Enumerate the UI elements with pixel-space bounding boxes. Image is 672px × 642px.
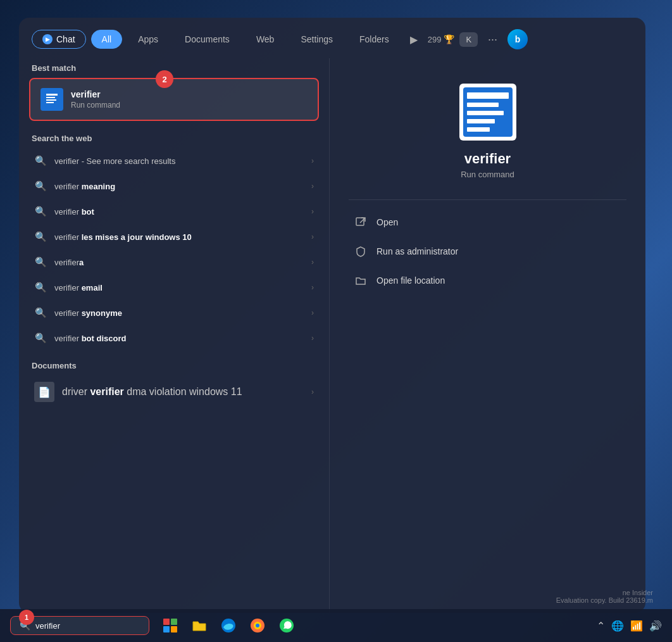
search-icon-2: 🔍 bbox=[34, 205, 47, 218]
tab-documents[interactable]: Documents bbox=[174, 30, 240, 49]
right-panel: verifier Run command Open bbox=[329, 58, 645, 613]
doc-icon-0: 📄 bbox=[34, 382, 54, 402]
watermark: ne Insider Evaluation copy. Build 23619.… bbox=[556, 589, 653, 604]
search-item-7[interactable]: 🔍 verifier bot discord › bbox=[29, 325, 319, 351]
step-badge-1: 1 bbox=[19, 610, 34, 625]
chevron-icon-3: › bbox=[311, 232, 314, 241]
svg-rect-3 bbox=[46, 99, 56, 101]
tab-apps[interactable]: Apps bbox=[127, 30, 169, 49]
search-box-wrapper: 🔍 1 bbox=[10, 616, 149, 635]
svg-rect-2 bbox=[46, 97, 55, 98]
action-run-as-admin[interactable]: Run as administrator bbox=[349, 237, 626, 266]
step-badge-2: 2 bbox=[156, 70, 173, 88]
taskbar: 🔍 1 bbox=[0, 609, 672, 642]
search-item-4[interactable]: 🔍 verifiera › bbox=[29, 249, 319, 275]
chat-icon: ▶ bbox=[42, 34, 53, 44]
svg-rect-10 bbox=[467, 119, 495, 123]
best-match-title: Best match bbox=[32, 63, 319, 73]
svg-rect-4 bbox=[46, 102, 54, 103]
search-icon-6: 🔍 bbox=[34, 306, 47, 319]
search-item-6[interactable]: 🔍 verifier synonyme › bbox=[29, 300, 319, 325]
doc-item-0[interactable]: 📄 driver verifier dma violation windows … bbox=[29, 375, 319, 408]
svg-rect-9 bbox=[467, 111, 504, 115]
divider bbox=[349, 199, 626, 200]
search-panel: ▶ Chat All Apps Documents Web Settings F… bbox=[19, 18, 645, 613]
trophy-icon: 🏆 bbox=[444, 34, 454, 44]
best-match-item[interactable]: verifier Run command bbox=[29, 78, 319, 121]
whatsapp-icon[interactable] bbox=[276, 615, 297, 636]
taskbar-icons bbox=[159, 615, 592, 636]
taskbar-search-input[interactable] bbox=[35, 621, 124, 631]
verifier-app-icon bbox=[40, 88, 63, 111]
start-menu-icon[interactable] bbox=[159, 615, 181, 636]
chevron-icon-6: › bbox=[311, 308, 314, 317]
firefox-icon[interactable] bbox=[247, 615, 268, 636]
best-match-app-name: verifier bbox=[71, 89, 308, 99]
svg-rect-11 bbox=[467, 127, 490, 132]
chevron-icon-4: › bbox=[311, 258, 314, 267]
best-match-text: verifier Run command bbox=[71, 89, 308, 110]
search-web-title: Search the web bbox=[32, 134, 319, 143]
taskbar-right-icons: ⌃ 🌐 📶 🔊 bbox=[597, 620, 662, 632]
right-app-icon bbox=[459, 84, 516, 141]
bing-icon[interactable]: b bbox=[507, 29, 528, 49]
chevron-icon-5: › bbox=[311, 283, 314, 292]
svg-rect-1 bbox=[46, 94, 58, 96]
tab-all[interactable]: All bbox=[91, 30, 123, 49]
svg-rect-13 bbox=[163, 619, 170, 625]
svg-rect-14 bbox=[171, 619, 177, 625]
search-icon-7: 🔍 bbox=[34, 332, 47, 344]
svg-rect-15 bbox=[163, 626, 170, 633]
svg-rect-12 bbox=[356, 218, 364, 225]
search-icon-4: 🔍 bbox=[34, 256, 47, 268]
right-app-subtitle: Run command bbox=[461, 170, 514, 179]
tab-chat[interactable]: ▶ Chat bbox=[32, 30, 86, 49]
search-item-0[interactable]: 🔍 verifier - See more search results › bbox=[29, 148, 319, 173]
folder-icon bbox=[354, 274, 368, 287]
content-area: Best match verifier bbox=[19, 58, 645, 613]
search-icon-1: 🔍 bbox=[34, 180, 47, 192]
tab-folders[interactable]: Folders bbox=[349, 30, 400, 49]
tabs-bar: ▶ Chat All Apps Documents Web Settings F… bbox=[19, 18, 645, 58]
right-app-name: verifier bbox=[464, 151, 511, 167]
wifi-icon[interactable]: 📶 bbox=[630, 620, 643, 632]
chevron-doc-0: › bbox=[311, 387, 314, 396]
chevron-icon-7: › bbox=[311, 334, 314, 343]
play-button[interactable]: ▶ bbox=[405, 30, 423, 48]
action-open-file-location[interactable]: Open file location bbox=[349, 266, 626, 295]
chevron-icon-1: › bbox=[311, 182, 314, 191]
admin-shield-icon bbox=[354, 244, 368, 258]
search-item-5[interactable]: 🔍 verifier email › bbox=[29, 275, 319, 300]
chevron-icon-2: › bbox=[311, 207, 314, 216]
search-icon-3: 🔍 bbox=[34, 230, 47, 243]
tab-web[interactable]: Web bbox=[246, 30, 285, 49]
left-panel: Best match verifier bbox=[19, 58, 329, 613]
search-icon-5: 🔍 bbox=[34, 281, 47, 294]
more-options-button[interactable]: ··· bbox=[483, 30, 502, 49]
search-item-1[interactable]: 🔍 verifier meaning › bbox=[29, 173, 319, 199]
search-icon-0: 🔍 bbox=[34, 154, 47, 167]
tab-settings[interactable]: Settings bbox=[290, 30, 344, 49]
network-icon[interactable]: 🌐 bbox=[611, 620, 624, 632]
tab-k[interactable]: K bbox=[459, 32, 478, 47]
documents-title: Documents bbox=[32, 361, 319, 370]
svg-rect-7 bbox=[467, 92, 509, 99]
tab-counter: 299 🏆 bbox=[428, 34, 455, 44]
best-match-app-subtitle: Run command bbox=[71, 101, 308, 110]
open-icon bbox=[354, 215, 368, 229]
action-open[interactable]: Open bbox=[349, 208, 626, 237]
chevron-icon-0: › bbox=[311, 156, 314, 165]
search-item-2[interactable]: 🔍 verifier bot › bbox=[29, 199, 319, 224]
svg-rect-16 bbox=[171, 626, 177, 633]
file-explorer-icon[interactable] bbox=[189, 615, 210, 636]
search-item-3[interactable]: 🔍 verifier les mises a jour windows 10 › bbox=[29, 224, 319, 249]
volume-icon[interactable]: 🔊 bbox=[649, 620, 662, 632]
svg-rect-8 bbox=[467, 103, 499, 107]
chevron-up-icon[interactable]: ⌃ bbox=[597, 620, 605, 632]
edge-browser-icon[interactable] bbox=[218, 615, 239, 636]
svg-point-20 bbox=[256, 624, 259, 627]
